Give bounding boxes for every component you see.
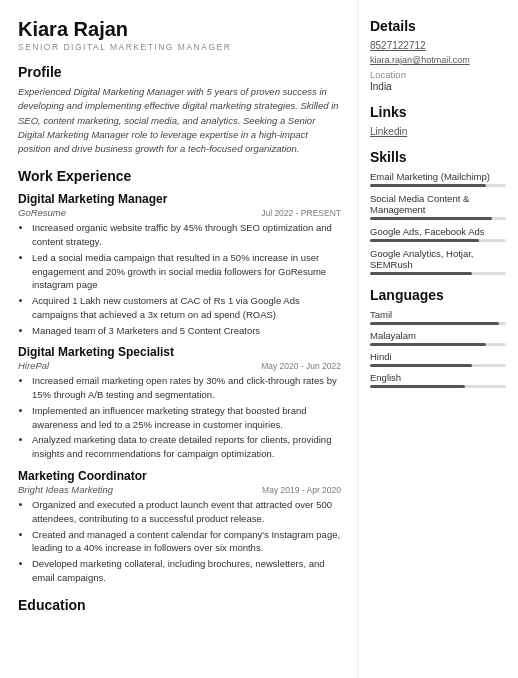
- job-dates-2: May 2019 - Apr 2020: [262, 485, 341, 495]
- job-bullets-1: Increased email marketing open rates by …: [18, 374, 341, 461]
- bullet-1-0: Increased email marketing open rates by …: [32, 374, 341, 402]
- skill-name-0: Email Marketing (Mailchimp): [370, 171, 506, 182]
- bullet-0-0: Increased organic website traffic by 45%…: [32, 221, 341, 249]
- details-heading: Details: [370, 18, 506, 34]
- bullet-2-1: Created and managed a content calendar f…: [32, 528, 341, 556]
- skill-1: Social Media Content & Management: [370, 193, 506, 220]
- skill-bar-fill-0: [370, 184, 486, 187]
- education-heading: Education: [18, 597, 341, 613]
- skill-name-3: Google Analytics, Hotjar, SEMRush: [370, 248, 506, 270]
- bullet-1-2: Analyzed marketing data to create detail…: [32, 433, 341, 461]
- bullet-0-1: Led a social media campaign that resulte…: [32, 251, 341, 292]
- lang-bar-bg-1: [370, 343, 506, 346]
- lang-name-1: Malayalam: [370, 330, 506, 341]
- job-company-2: Bright Ideas Marketing: [18, 484, 113, 495]
- job-dates-1: May 2020 - Jun 2022: [261, 361, 341, 371]
- job-bullets-2: Organized and executed a product launch …: [18, 498, 341, 585]
- lang-bar-bg-3: [370, 385, 506, 388]
- job-1: Digital Marketing Specialist HirePal May…: [18, 345, 341, 461]
- bullet-0-2: Acquired 1 Lakh new customers at CAC of …: [32, 294, 341, 322]
- lang-0: Tamil: [370, 309, 506, 325]
- bullet-2-0: Organized and executed a product launch …: [32, 498, 341, 526]
- right-column: Details 8527122712 kiara.rajan@hotmail.c…: [358, 0, 518, 678]
- links-heading: Links: [370, 104, 506, 120]
- lang-name-0: Tamil: [370, 309, 506, 320]
- bullet-2-2: Developed marketing collateral, includin…: [32, 557, 341, 585]
- phone-number[interactable]: 8527122712: [370, 40, 506, 51]
- lang-bar-fill-1: [370, 343, 486, 346]
- job-company-1: HirePal: [18, 360, 49, 371]
- job-title-0: Digital Marketing Manager: [18, 192, 341, 206]
- skill-bar-bg-1: [370, 217, 506, 220]
- skill-2: Google Ads, Facebook Ads: [370, 226, 506, 242]
- profile-heading: Profile: [18, 64, 341, 80]
- lang-2: Hindi: [370, 351, 506, 367]
- job-company-0: GoResume: [18, 207, 66, 218]
- job-meta-1: HirePal May 2020 - Jun 2022: [18, 360, 341, 371]
- skill-bar-fill-3: [370, 272, 472, 275]
- lang-1: Malayalam: [370, 330, 506, 346]
- skill-bar-bg-0: [370, 184, 506, 187]
- skill-bar-bg-3: [370, 272, 506, 275]
- candidate-title: SENIOR DIGITAL MARKETING MANAGER: [18, 42, 341, 52]
- skill-0: Email Marketing (Mailchimp): [370, 171, 506, 187]
- bullet-1-1: Implemented an influencer marketing stra…: [32, 404, 341, 432]
- lang-name-2: Hindi: [370, 351, 506, 362]
- job-meta-2: Bright Ideas Marketing May 2019 - Apr 20…: [18, 484, 341, 495]
- lang-3: English: [370, 372, 506, 388]
- skills-heading: Skills: [370, 149, 506, 165]
- lang-name-3: English: [370, 372, 506, 383]
- job-dates-0: Jul 2022 - PRESENT: [261, 208, 341, 218]
- skill-name-2: Google Ads, Facebook Ads: [370, 226, 506, 237]
- profile-text: Experienced Digital Marketing Manager wi…: [18, 85, 341, 156]
- skill-bar-fill-1: [370, 217, 492, 220]
- job-title-2: Marketing Coordinator: [18, 469, 341, 483]
- lang-bar-bg-0: [370, 322, 506, 325]
- linkedin-link[interactable]: Linkedin: [370, 126, 506, 137]
- candidate-name: Kiara Rajan: [18, 18, 341, 41]
- location-value: India: [370, 81, 506, 92]
- lang-bar-fill-0: [370, 322, 499, 325]
- location-label: Location: [370, 69, 506, 80]
- job-0: Digital Marketing Manager GoResume Jul 2…: [18, 192, 341, 337]
- skill-3: Google Analytics, Hotjar, SEMRush: [370, 248, 506, 275]
- job-2: Marketing Coordinator Bright Ideas Marke…: [18, 469, 341, 585]
- lang-bar-fill-2: [370, 364, 472, 367]
- left-column: Kiara Rajan SENIOR DIGITAL MARKETING MAN…: [0, 0, 358, 678]
- skill-name-1: Social Media Content & Management: [370, 193, 506, 215]
- job-bullets-0: Increased organic website traffic by 45%…: [18, 221, 341, 337]
- resume-container: Kiara Rajan SENIOR DIGITAL MARKETING MAN…: [0, 0, 518, 678]
- lang-bar-fill-3: [370, 385, 465, 388]
- email-address[interactable]: kiara.rajan@hotmail.com: [370, 55, 506, 65]
- job-meta-0: GoResume Jul 2022 - PRESENT: [18, 207, 341, 218]
- bullet-0-3: Managed team of 3 Marketers and 5 Conten…: [32, 324, 341, 338]
- lang-bar-bg-2: [370, 364, 506, 367]
- skill-bar-fill-2: [370, 239, 479, 242]
- skill-bar-bg-2: [370, 239, 506, 242]
- job-title-1: Digital Marketing Specialist: [18, 345, 341, 359]
- work-experience-heading: Work Experience: [18, 168, 341, 184]
- languages-heading: Languages: [370, 287, 506, 303]
